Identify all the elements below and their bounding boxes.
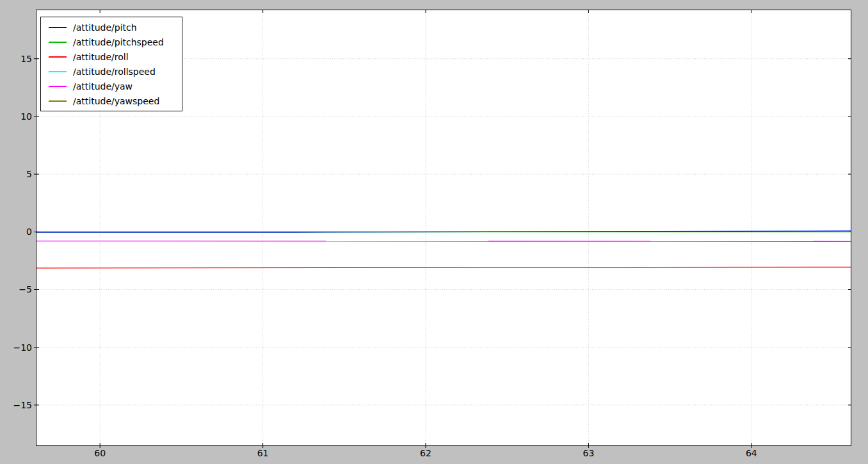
legend-label: /attitude/yawspeed: [73, 97, 159, 106]
legend-label: /attitude/rollspeed: [73, 67, 156, 76]
legend-line-swatch: [49, 86, 67, 87]
legend-line-swatch: [49, 42, 67, 43]
x-tick-label: 64: [746, 448, 757, 458]
series-line--attitude-yaw: [36, 241, 851, 242]
y-tick-label: 15: [0, 54, 32, 64]
legend-line-swatch: [49, 27, 67, 28]
legend-item: /attitude/roll: [41, 49, 182, 64]
legend-item: /attitude/rollspeed: [41, 64, 182, 79]
legend-label: /attitude/pitch: [73, 23, 137, 32]
legend-line-swatch: [49, 71, 67, 72]
legend-item: /attitude/yawspeed: [41, 93, 182, 108]
legend-item: /attitude/pitch: [41, 20, 182, 35]
series-line--attitude-roll: [36, 267, 851, 268]
x-tick-label: 61: [257, 448, 269, 458]
y-tick-label: −10: [0, 342, 32, 353]
legend-line-swatch: [49, 100, 67, 102]
y-tick-label: −15: [0, 400, 32, 410]
x-tick-label: 60: [94, 448, 106, 458]
x-tick-label: 62: [420, 448, 431, 458]
y-tick-label: 0: [0, 227, 32, 237]
figure: 151050−5−10−15 6061626364 /attitude/pitc…: [0, 0, 868, 464]
legend-label: /attitude/pitchspeed: [73, 38, 164, 47]
x-tick-label: 63: [583, 448, 594, 458]
y-tick-label: −5: [0, 284, 32, 294]
legend: /attitude/pitch/attitude/pitchspeed/atti…: [40, 17, 182, 111]
legend-label: /attitude/yaw: [73, 82, 133, 91]
legend-item: /attitude/yaw: [41, 79, 182, 93]
legend-line-swatch: [49, 56, 67, 58]
legend-item: /attitude/pitchspeed: [41, 35, 182, 49]
y-tick-label: 10: [0, 111, 32, 122]
legend-label: /attitude/roll: [73, 52, 129, 61]
y-tick-label: 5: [0, 169, 32, 179]
